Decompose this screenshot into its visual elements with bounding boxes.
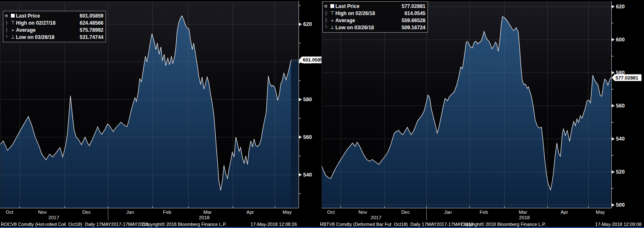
timestamp: 17-May-2018 12:09:08 — [595, 221, 641, 227]
area-tail-band — [291, 60, 299, 208]
area-tail-band — [611, 78, 611, 208]
legend-row-last_price_swatch[interactable]: ⊞Last Price577.02881 — [325, 3, 425, 10]
legend-label: Low on 03/26/18 — [335, 25, 378, 31]
chart-status-bar: RBTV8 Comdty (Deformed Bar Fut Oct18) Da… — [319, 221, 644, 227]
security-description: RBTV8 Comdty (Deformed Bar Fut Oct18) Da… — [320, 221, 473, 227]
y-tick-arrow-icon — [612, 137, 615, 141]
legend-row-average_marker[interactable]: ├+Average559.66528 — [325, 17, 425, 24]
y-axis-tick-label: 540 — [303, 172, 312, 178]
y-tick-arrow-icon — [299, 98, 302, 101]
security-description: ROCV8 Comdty (Hot-rolled Coil Oct18) Dai… — [1, 221, 148, 227]
x-axis-month-label: Apr — [561, 210, 568, 215]
legend-expand-icon[interactable]: ⊞ — [325, 3, 329, 9]
legend-label: Average — [16, 27, 40, 33]
last-price-box-arrow-icon — [612, 74, 615, 81]
x-axis-month-label: May — [283, 210, 292, 215]
x-axis-month-label: Mar — [204, 210, 212, 215]
chart-legend[interactable]: ⊞Last Price601.05859├⊤High on 02/27/1862… — [3, 11, 106, 42]
x-axis-month-label: Dec — [82, 210, 91, 215]
y-tick-arrow-icon — [299, 23, 302, 26]
x-axis-month-label: Nov — [358, 210, 367, 215]
price-chart-panel-right: 620600580560540520500OctNovDecJanFebMarA… — [319, 0, 644, 228]
legend-tree-branch: ├ — [5, 20, 10, 26]
y-tick-arrow-icon — [612, 104, 615, 108]
legend-value: 601.05859 — [80, 13, 103, 19]
x-axis-month-label: Feb — [480, 210, 488, 215]
y-axis-tick-label: 520 — [616, 169, 625, 175]
legend-label: Last Price — [335, 3, 363, 9]
legend-value: 531.74744 — [80, 34, 103, 40]
low-whisker-icon: ⊥ — [10, 34, 16, 40]
y-axis-tick-label: 620 — [303, 21, 312, 27]
x-axis-month-label: Dec — [401, 210, 410, 215]
x-axis-month-label: Apr — [247, 210, 254, 215]
x-axis-year-label: 2017 — [371, 215, 381, 220]
legend-label: High on 02/27/18 — [16, 20, 60, 26]
x-axis-year-label: 2018 — [519, 215, 530, 220]
legend-row-low_whisker[interactable]: └⊥Low on 03/26/18531.74744 — [5, 33, 103, 41]
legend-expand-icon[interactable]: ⊞ — [5, 13, 10, 18]
legend-row-last_price_swatch[interactable]: ⊞Last Price601.05859 — [5, 12, 103, 19]
y-tick-arrow-icon — [612, 5, 615, 8]
legend-value: 509.16724 — [402, 25, 425, 31]
legend-value: 614.0545 — [404, 10, 425, 16]
high-whisker-icon: ⊤ — [329, 10, 335, 16]
copyright-notice: Copyright© 2018 Bloomberg Finance L.P. — [461, 221, 546, 227]
x-axis-year-label: 2018 — [199, 215, 210, 220]
legend-label: Low on 03/26/18 — [16, 34, 59, 40]
price-chart-right[interactable]: 620600580560540520500OctNovDecJanFebMarA… — [319, 0, 644, 221]
y-axis-tick-label: 500 — [616, 202, 625, 208]
x-axis-month-label: Oct — [327, 210, 335, 215]
y-tick-arrow-icon — [299, 173, 302, 177]
legend-value: 575.78992 — [80, 27, 103, 33]
y-axis-tick-label: 540 — [616, 136, 625, 142]
legend-value: 624.48566 — [80, 20, 103, 26]
price-chart-panel-left: 620600580560540OctNovDecJanFebMarAprMay2… — [0, 0, 325, 228]
legend-label: Last Price — [16, 13, 44, 19]
x-axis-month-label: May — [596, 210, 605, 215]
legend-row-low_whisker[interactable]: └⊥Low on 03/26/18509.16724 — [325, 24, 425, 31]
y-axis-tick-label: 600 — [616, 37, 625, 43]
high-whisker-icon: ⊤ — [10, 20, 16, 26]
legend-value: 559.66528 — [402, 18, 425, 23]
legend-tree-branch: ├ — [325, 18, 329, 23]
copyright-notice: Copyright© 2018 Bloomberg Finance L.P. — [142, 221, 227, 227]
x-axis-month-label: Jan — [126, 210, 134, 215]
x-axis-month-label: Oct — [6, 210, 14, 215]
legend-row-average_marker[interactable]: ├+Average575.78992 — [5, 26, 103, 33]
x-axis-month-label: Mar — [519, 210, 527, 215]
legend-tree-branch: └ — [325, 25, 329, 30]
low-whisker-icon: ⊥ — [329, 25, 335, 30]
legend-tree-branch: ├ — [325, 10, 329, 16]
y-tick-arrow-icon — [612, 71, 615, 74]
last-price-swatch-icon — [329, 4, 335, 9]
legend-tree-branch: ├ — [5, 27, 10, 33]
bloomberg-dual-chart-screen: 620600580560540OctNovDecJanFebMarAprMay2… — [0, 0, 644, 228]
legend-value: 577.02881 — [402, 3, 425, 9]
x-axis-month-label: Nov — [38, 210, 47, 215]
legend-row-high_whisker[interactable]: ├⊤High on 02/27/18624.48566 — [5, 19, 103, 26]
chart-status-bar: ROCV8 Comdty (Hot-rolled Coil Oct18) Dai… — [0, 221, 325, 227]
average-marker-icon: + — [10, 28, 16, 33]
legend-tree-branch: └ — [5, 34, 10, 40]
legend-label: Average — [335, 18, 359, 23]
y-tick-arrow-icon — [612, 38, 615, 41]
last-price-label: 577.02881 — [616, 75, 639, 80]
y-tick-arrow-icon — [612, 203, 615, 207]
y-tick-arrow-icon — [299, 136, 302, 139]
x-axis-year-label: 2017 — [49, 215, 59, 220]
timestamp: 17-May-2018 12:08:26 — [250, 221, 297, 227]
last-price-color-swatch — [11, 14, 15, 18]
last-price-color-swatch — [330, 4, 334, 8]
average-marker-icon: + — [329, 18, 335, 23]
y-axis-tick-label: 580 — [303, 97, 312, 102]
chart-legend[interactable]: ⊞Last Price577.02881├⊤High on 02/26/1861… — [322, 1, 428, 33]
y-axis-tick-label: 560 — [616, 103, 625, 109]
x-axis-month-label: Feb — [163, 210, 171, 215]
last-price-swatch-icon — [10, 13, 16, 18]
y-axis-tick-label: 560 — [303, 134, 312, 140]
y-axis-tick-label: 620 — [616, 4, 625, 10]
y-tick-arrow-icon — [612, 170, 615, 174]
legend-row-high_whisker[interactable]: ├⊤High on 02/26/18614.0545 — [325, 10, 425, 17]
x-axis-month-label: Jan — [444, 210, 452, 215]
